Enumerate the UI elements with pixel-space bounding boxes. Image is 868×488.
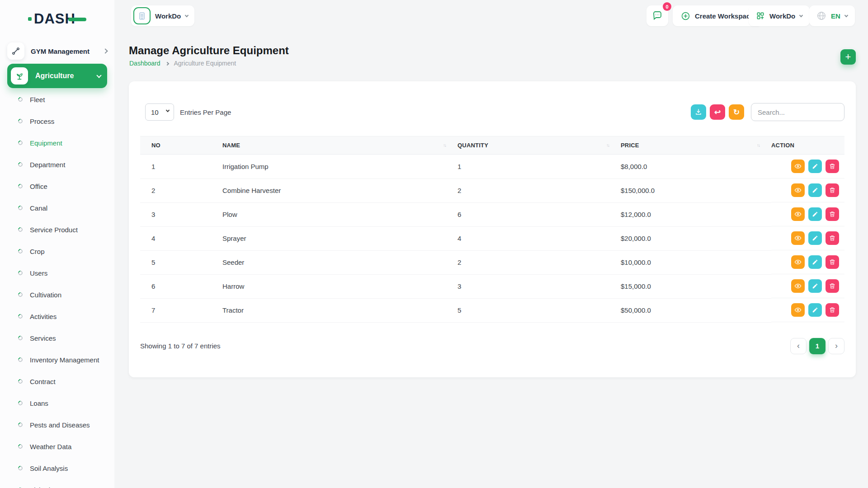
edit-button[interactable] xyxy=(808,231,822,245)
view-button[interactable] xyxy=(791,279,805,293)
view-button[interactable] xyxy=(791,255,805,269)
cell-price: $15,000.0 xyxy=(621,274,771,298)
next-page-button[interactable]: › xyxy=(828,338,844,354)
cell-no: 4 xyxy=(140,226,222,250)
sidebar-item-inventory-management[interactable]: Inventory Management xyxy=(0,349,114,371)
apps-menu-button[interactable]: WorkDo xyxy=(749,5,810,26)
entries-per-page-select[interactable]: 10 xyxy=(145,103,174,121)
cell-no: 5 xyxy=(140,250,222,274)
view-button[interactable] xyxy=(791,303,805,317)
equipment-table-card: 10 Entries Per Page ↩ ↻ NO NAME↑↓ QUANTI… xyxy=(129,81,856,377)
sidebar-module-label: Agriculture xyxy=(35,72,97,80)
bullet-icon xyxy=(17,118,24,124)
sort-icon[interactable]: ↑↓ xyxy=(606,143,609,148)
export-button[interactable] xyxy=(691,104,706,120)
edit-button[interactable] xyxy=(808,303,822,317)
sidebar-item-loans[interactable]: Loans xyxy=(0,392,114,414)
reset-button[interactable]: ↩ xyxy=(710,104,725,120)
sidebar-module-agriculture[interactable]: Agriculture xyxy=(7,64,107,88)
previous-page-button[interactable]: ‹ xyxy=(790,338,807,354)
cell-name: Seeder xyxy=(222,250,458,274)
sidebar-item-users[interactable]: Users xyxy=(0,262,114,284)
create-workspace-label: Create Workspace xyxy=(695,12,754,20)
cell-quantity: 1 xyxy=(458,155,621,179)
bullet-icon xyxy=(17,335,24,341)
sidebar-item-canal[interactable]: Canal xyxy=(0,197,114,219)
entries-summary: Showing 1 to 7 of 7 entries xyxy=(140,342,221,350)
grid-plus-icon xyxy=(756,11,765,20)
cell-quantity: 3 xyxy=(458,274,621,298)
sidebar-item-service-product[interactable]: Service Product xyxy=(0,219,114,240)
sort-icon[interactable]: ↑↓ xyxy=(443,143,446,148)
bullet-icon xyxy=(17,313,24,319)
delete-button[interactable] xyxy=(826,231,839,245)
bullet-icon xyxy=(17,226,24,233)
messages-button[interactable]: 0 xyxy=(646,5,668,26)
sidebar-item-soil-analysis[interactable]: Soil Analysis xyxy=(0,457,114,479)
bullet-icon xyxy=(17,465,24,471)
sidebar-item-crop[interactable]: Crop xyxy=(0,240,114,262)
sidebar-item-fleet[interactable]: Fleet xyxy=(0,89,114,110)
view-button[interactable] xyxy=(791,231,805,245)
add-equipment-button[interactable]: + xyxy=(840,49,856,65)
table-row: 3 Plow 6 $12,000.0 xyxy=(140,202,844,226)
table-row: 4 Sprayer 4 $20,000.0 xyxy=(140,226,844,250)
sidebar-item-gym-management[interactable]: GYM Management xyxy=(7,42,107,61)
language-selector[interactable]: EN xyxy=(809,5,855,26)
sidebar: DASH GYM Management Agriculture Fleet xyxy=(0,0,114,488)
edit-button[interactable] xyxy=(808,160,822,173)
delete-button[interactable] xyxy=(826,279,839,293)
delete-button[interactable] xyxy=(826,303,839,317)
view-button[interactable] xyxy=(791,207,805,221)
table-row: 7 Tractor 5 $50,000.0 xyxy=(140,298,844,322)
delete-button[interactable] xyxy=(826,183,839,197)
column-header-no: NO xyxy=(140,136,222,155)
bullet-icon xyxy=(17,400,24,406)
sort-icon[interactable]: ↑↓ xyxy=(757,143,760,148)
workspace-selector[interactable]: WorkDo xyxy=(131,5,194,26)
sidebar-item-services[interactable]: Services xyxy=(0,327,114,349)
delete-button[interactable] xyxy=(826,207,839,221)
sidebar-item-activities[interactable]: Activities xyxy=(0,305,114,327)
edit-button[interactable] xyxy=(808,207,822,221)
chevron-down-icon xyxy=(96,73,101,78)
view-button[interactable] xyxy=(791,183,805,197)
table-row: 5 Seeder 2 $10,000.0 xyxy=(140,250,844,274)
brand-logo[interactable]: DASH xyxy=(28,11,86,27)
cell-no: 7 xyxy=(140,298,222,322)
column-header-price: PRICE↑↓ xyxy=(621,136,771,155)
page-title: Manage Agriculture Equipment xyxy=(129,44,289,57)
cell-no: 3 xyxy=(140,202,222,226)
breadcrumb-dashboard-link[interactable]: Dashboard xyxy=(129,60,160,67)
plant-icon xyxy=(11,67,28,84)
sidebar-item-weather-data[interactable]: Weather Data xyxy=(0,436,114,457)
refresh-button[interactable]: ↻ xyxy=(729,104,744,120)
sidebar-item-process[interactable]: Process xyxy=(0,110,114,132)
plus-circle-icon xyxy=(681,11,690,21)
sidebar-item-equipment[interactable]: Equipment xyxy=(0,132,114,154)
page-1-button[interactable]: 1 xyxy=(809,338,826,354)
cell-quantity: 5 xyxy=(458,298,621,322)
cell-price: $150,000.0 xyxy=(621,178,771,202)
edit-button[interactable] xyxy=(808,279,822,293)
sidebar-item-cultivation[interactable]: Cultivation xyxy=(0,284,114,305)
cell-name: Harrow xyxy=(222,274,458,298)
delete-button[interactable] xyxy=(826,160,839,173)
sidebar-item-department[interactable]: Department xyxy=(0,154,114,175)
sidebar-item-office[interactable]: Office xyxy=(0,175,114,197)
search-input[interactable] xyxy=(751,103,844,121)
edit-button[interactable] xyxy=(808,183,822,197)
cell-name: Plow xyxy=(222,202,458,226)
edit-button[interactable] xyxy=(808,255,822,269)
sidebar-nav: Fleet Process Equipment Department Offic… xyxy=(0,89,114,488)
sidebar-item-clipped[interactable]: Fisheries xyxy=(0,479,114,488)
cell-no: 2 xyxy=(140,178,222,202)
sidebar-item-contract[interactable]: Contract xyxy=(0,371,114,392)
refresh-icon: ↻ xyxy=(733,108,740,117)
sidebar-item-pests-and-diseases[interactable]: Pests and Diseases xyxy=(0,414,114,436)
cell-quantity: 6 xyxy=(458,202,621,226)
view-button[interactable] xyxy=(791,160,805,173)
delete-button[interactable] xyxy=(826,255,839,269)
sidebar-item-label: GYM Management xyxy=(31,47,104,55)
bullet-icon xyxy=(17,205,24,211)
